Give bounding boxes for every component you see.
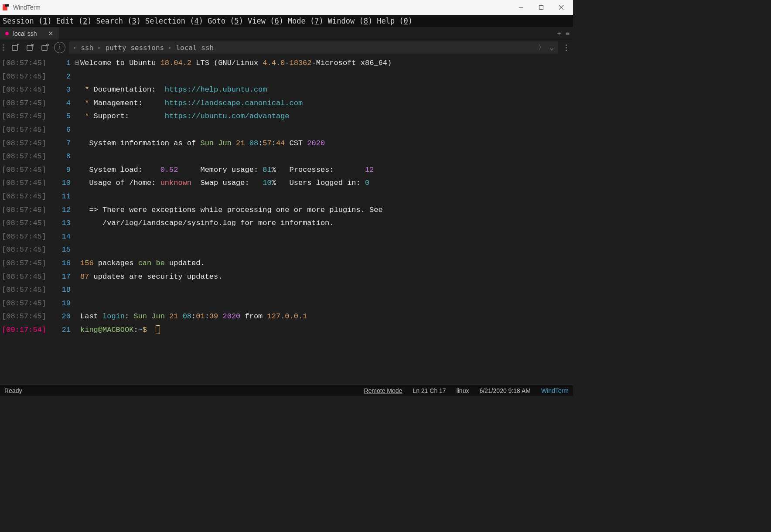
status-os[interactable]: linux [457,387,469,394]
tab-local-ssh[interactable]: local ssh ✕ [0,27,59,40]
chevron-right-icon: ▸ [73,44,76,51]
tabs-bar: local ssh ✕ + ≡ [0,27,573,40]
maximize-button[interactable] [531,0,551,14]
breadcrumb-item[interactable]: ssh [81,44,93,52]
fold-toggle [73,137,80,150]
status-app[interactable]: WindTerm [541,387,569,394]
timestamp: [08:57:45] [0,164,56,177]
menu-goto[interactable]: Goto (5) [208,17,243,25]
timestamp: [08:57:45] [0,204,56,217]
line-content [80,150,573,164]
line-content [80,190,573,204]
line-number: 19 [56,297,73,310]
terminal-line: [08:57:45]6 [0,123,573,137]
menu-edit[interactable]: Edit (2) [56,17,92,25]
fold-toggle [73,324,80,337]
breadcrumb-item[interactable]: local ssh [176,44,214,52]
timestamp: [08:57:45] [0,97,56,110]
menu-window[interactable]: Window (8) [328,17,372,25]
breadcrumb-bar[interactable]: ▸ ssh ▸ putty sessions ▸ local ssh 〉 ⌄ [69,41,558,54]
line-number: 18 [56,283,73,297]
line-number: 2 [56,70,73,84]
line-content: king@MACBOOK:~$ [80,324,573,337]
fold-toggle [73,150,80,164]
breadcrumb-forward-icon[interactable]: 〉 [538,43,545,52]
terminal-line: [08:57:45]5 * Support: https://ubuntu.co… [0,110,573,123]
fold-toggle[interactable]: ⊟ [73,57,80,70]
fold-toggle [73,164,80,177]
status-position[interactable]: Ln 21 Ch 17 [413,387,446,394]
menu-search[interactable]: Search (3) [96,17,141,25]
line-content: Usage of /home: unknown Swap usage: 10% … [80,177,573,190]
line-number: 13 [56,217,73,230]
breadcrumb-dropdown-icon[interactable]: ⌄ [549,43,554,52]
svg-rect-3 [539,6,543,10]
svg-rect-12 [42,45,47,51]
terminal-line: [08:57:45]12 => There were exceptions wh… [0,204,573,217]
line-number: 21 [56,324,73,337]
fold-toggle [73,110,80,123]
status-ready: Ready [4,387,22,394]
line-number: 16 [56,257,73,270]
menu-help[interactable]: Help (0) [377,17,413,25]
terminal-line: [08:57:45]15 [0,243,573,257]
line-content [80,70,573,84]
terminal-line: [08:57:45]18 [0,283,573,297]
drag-handle-icon[interactable] [3,44,5,51]
fold-toggle [73,204,80,217]
menu-selection[interactable]: Selection (4) [145,17,203,25]
menubar: Session (1)Edit (2)Search (3)Selection (… [0,15,573,27]
menu-session[interactable]: Session (1) [3,17,52,25]
fold-toggle [73,123,80,137]
chevron-right-icon: ▸ [168,44,171,51]
line-content: * Documentation: https://help.ubuntu.com [80,83,573,97]
tab-status-dot [5,32,9,35]
minimize-button[interactable] [511,0,531,14]
line-number: 1 [56,57,73,70]
tab-close-icon[interactable]: ✕ [48,30,54,38]
line-content [80,123,573,137]
terminal-line: [09:17:54]21king@MACBOOK:~$ [0,324,573,337]
line-number: 4 [56,97,73,110]
session-toolbar: i ▸ ssh ▸ putty sessions ▸ local ssh 〉 ⌄ [0,40,573,55]
close-session-icon[interactable] [24,42,36,53]
timestamp: [08:57:45] [0,230,56,244]
app-icon [2,3,10,12]
timestamp: [08:57:45] [0,297,56,310]
line-content: /var/log/landscape/sysinfo.log for more … [80,217,573,230]
timestamp: [08:57:45] [0,57,56,70]
terminal-output[interactable]: [08:57:45]1⊟Welcome to Ubuntu 18.04.2 LT… [0,55,573,385]
new-tab-button[interactable]: + [557,30,561,38]
timestamp: [08:57:45] [0,123,56,137]
terminal-line: [08:57:45]16156 packages can be updated. [0,257,573,270]
fold-toggle [73,257,80,270]
terminal-line: [08:57:45]14 [0,230,573,244]
line-content: * Management: https://landscape.canonica… [80,97,573,110]
breadcrumb-item[interactable]: putty sessions [105,44,164,52]
info-icon[interactable]: i [54,42,65,53]
tabs-menu-button[interactable]: ≡ [566,30,570,38]
refresh-session-icon[interactable] [39,42,51,53]
line-content [80,230,573,244]
close-button[interactable] [551,0,571,14]
fold-toggle [73,83,80,97]
menu-view[interactable]: View (6) [248,17,283,25]
timestamp: [08:57:45] [0,177,56,190]
terminal-line: [08:57:45]19 [0,297,573,310]
svg-rect-1 [5,4,9,7]
status-bar: Ready Remote Mode Ln 21 Ch 17 linux 6/21… [0,385,573,396]
titlebar: WindTerm [0,0,573,15]
app-title: WindTerm [13,4,41,11]
timestamp: [08:57:45] [0,137,56,150]
fold-toggle [73,97,80,110]
status-mode[interactable]: Remote Mode [364,387,402,394]
menu-mode[interactable]: Mode (7) [288,17,324,25]
fold-toggle [73,283,80,297]
new-session-icon[interactable] [10,42,21,53]
timestamp: [08:57:45] [0,270,56,284]
terminal-line: [08:57:45]3 * Documentation: https://hel… [0,83,573,97]
toolbar-overflow-icon[interactable] [562,44,570,51]
terminal-line: [08:57:45]9 System load: 0.52 Memory usa… [0,164,573,177]
timestamp: [08:57:45] [0,110,56,123]
svg-rect-6 [12,45,17,51]
